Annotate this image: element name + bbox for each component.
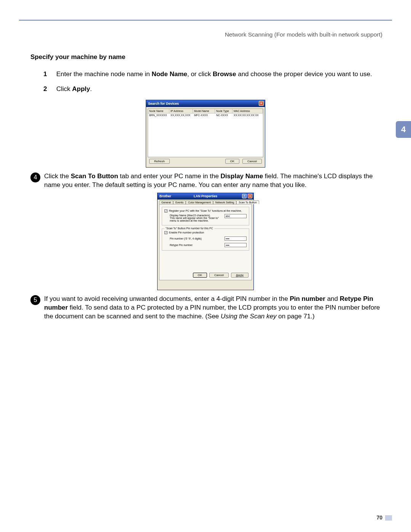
device-list[interactable]: Node Name IP Address Model Name Node Typ… [148, 109, 263, 157]
text: Click [56, 85, 72, 93]
tab-network-setting[interactable]: Network Setting [213, 200, 236, 204]
cell: MFC-XXXX [193, 113, 215, 117]
dialog-title: Search for Devices [148, 102, 179, 105]
text: If you want to avoid receiving unwanted … [44, 295, 290, 302]
emphasis-bold: Apply [72, 85, 90, 93]
dialog-title-center: LAN Properties [158, 194, 253, 198]
cell: XX:XX:XX:XX:XX:XX [233, 113, 263, 117]
step-text: Click the Scan To Button tab and enter y… [44, 172, 381, 190]
col-header[interactable]: MAC Address [233, 109, 263, 113]
close-icon[interactable]: × [248, 194, 252, 198]
lan-properties-dialog: Brother LAN Properties ? × General Event… [157, 193, 254, 290]
list-number: 2 [43, 85, 56, 94]
checkbox-label: Enable Pin number protection [169, 231, 204, 234]
table-row[interactable]: BRN_XXXXXX XX,XXX,XX,XXX MFC-XXXX NC-XXX… [148, 113, 263, 117]
close-icon[interactable]: × [259, 101, 264, 106]
tab-scan-to-button[interactable]: Scan To Button [236, 200, 259, 204]
numbered-list: 1 Enter the machine node name in Node Na… [43, 70, 381, 94]
list-number: 1 [43, 70, 56, 79]
help-icon[interactable]: ? [242, 194, 247, 198]
text: , or click [187, 70, 213, 78]
register-pc-checkbox[interactable]: ✓ Register your PC with the "Scan To" fu… [164, 209, 247, 212]
page-number: 70 [376, 514, 382, 521]
col-header[interactable]: Model Name [193, 109, 215, 113]
enable-pin-checkbox[interactable]: ✓ Enable Pin number protection [164, 231, 247, 234]
pin-number-input[interactable] [225, 236, 247, 241]
page-number-bar [385, 515, 392, 521]
register-pc-group: ✓ Register your PC with the "Scan To" fu… [162, 207, 249, 225]
header-rule [19, 20, 392, 21]
dialog-titlebar: Brother LAN Properties ? × [158, 193, 253, 200]
step-5: 5 If you want to avoid receiving unwante… [30, 295, 381, 321]
text: and choose the proper device you want to… [236, 70, 372, 78]
checkbox-icon: ✓ [164, 231, 167, 234]
emphasis-bold: Browse [213, 70, 236, 78]
emphasis-bold: Display Name [221, 173, 263, 180]
list-text: Click Apply. [56, 85, 381, 94]
col-header[interactable]: Node Name [148, 109, 169, 113]
table-header-row: Node Name IP Address Model Name Node Typ… [148, 109, 263, 113]
step-bullet-icon: 5 [30, 295, 40, 305]
pin-group: "Scan To" Button Pin number for this PC … [162, 228, 249, 251]
display-name-input[interactable] [225, 214, 247, 218]
chapter-side-tab: 4 [396, 121, 411, 138]
display-name-row: Display Name (Max15 characters) This nam… [170, 214, 247, 222]
retype-pin-label: Retype Pin number [170, 244, 193, 246]
ok-button[interactable]: OK [193, 273, 207, 278]
search-for-devices-dialog: Search for Devices × Node Name IP Addres… [146, 100, 265, 168]
retype-pin-row: Retype Pin number [170, 243, 247, 247]
text: Enter the machine node name in [56, 70, 151, 78]
checkbox-icon: ✓ [164, 209, 167, 212]
text: tab and enter your PC name in the [118, 173, 220, 180]
emphasis-bold: Scan To Button [71, 173, 118, 180]
ok-button[interactable]: OK [225, 159, 240, 164]
text: on page 71.) [277, 313, 315, 320]
dialog-button-row: Refresh OK Cancel [146, 159, 265, 166]
step-text: If you want to avoid receiving unwanted … [44, 295, 381, 321]
tab-color-management[interactable]: Color Management [186, 200, 213, 204]
text: Click the [44, 173, 71, 180]
retype-pin-input[interactable] [225, 243, 247, 247]
text: and [325, 295, 340, 302]
tab-events[interactable]: Events [173, 200, 186, 204]
text: field. To send data to a PC protected by… [44, 304, 380, 320]
step-bullet-icon: 4 [30, 173, 40, 182]
dialog-title-left: Brother [159, 194, 171, 198]
col-header[interactable]: IP Address [169, 109, 193, 113]
col-header[interactable]: Node Type [215, 109, 233, 113]
refresh-button[interactable]: Refresh [149, 159, 170, 164]
cell: XX,XXX,XX,XXX [169, 113, 193, 117]
emphasis-bold: Pin number [290, 295, 325, 302]
apply-button[interactable]: Apply [231, 273, 249, 278]
dialog-button-row: OK Cancel Apply [193, 273, 249, 278]
cancel-button[interactable]: Cancel [209, 273, 229, 278]
step-4: 4 Click the Scan To Button tab and enter… [30, 172, 381, 190]
pin-number-label: Pin number ('0'-'9', 4 digits) [170, 237, 202, 240]
pin-number-row: Pin number ('0'-'9', 4 digits) [170, 236, 247, 241]
list-item: 2 Click Apply. [43, 85, 381, 94]
list-item: 1 Enter the machine node name in Node Na… [43, 70, 381, 79]
cell: NC-XXXX [215, 113, 233, 117]
list-text: Enter the machine node name in Node Name… [56, 70, 381, 79]
dialog-titlebar: Search for Devices × [146, 100, 265, 107]
section-title: Specify your machine by name [30, 53, 381, 61]
pin-group-legend: "Scan To" Button Pin number for this PC [164, 227, 214, 230]
tab-general[interactable]: General [159, 200, 173, 204]
tab-panel: ✓ Register your PC with the "Scan To" fu… [159, 204, 252, 280]
page-content: Specify your machine by name 1 Enter the… [30, 53, 381, 321]
running-header: Network Scanning (For models with built-… [225, 31, 382, 38]
emphasis-bold: Node Name [151, 70, 187, 78]
dialog-body: Node Name IP Address Model Name Node Typ… [146, 107, 265, 159]
emphasis-italic: Using the Scan key [221, 313, 276, 320]
text: . [90, 85, 92, 93]
display-name-label: Display Name (Max15 characters) This nam… [170, 214, 219, 222]
tab-strip: General Events Color Management Network … [158, 200, 253, 204]
cell: BRN_XXXXXX [148, 113, 169, 117]
checkbox-label: Register your PC with the "Scan To" func… [169, 209, 242, 212]
cancel-button[interactable]: Cancel [242, 159, 262, 164]
